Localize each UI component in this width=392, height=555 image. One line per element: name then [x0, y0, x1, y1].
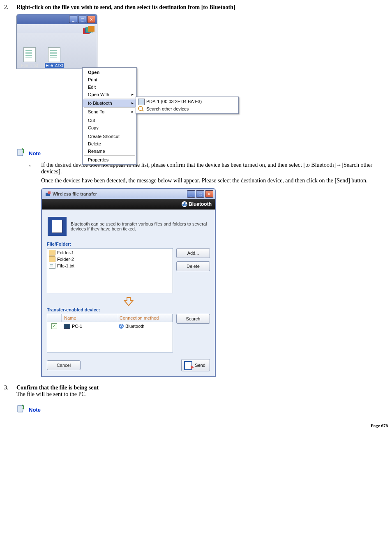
- delete-button[interactable]: Delete: [176, 261, 210, 271]
- note-header-2: Note: [16, 404, 388, 415]
- menu-print[interactable]: Print: [83, 76, 136, 83]
- windows-flag-icon: [88, 26, 95, 32]
- file-list-buttons: Add... Delete: [176, 248, 210, 271]
- pc-icon: [64, 324, 70, 329]
- list-item-label: Folder-2: [57, 257, 74, 262]
- text-file-icon: [49, 263, 55, 269]
- window-titlebar: _ ▢ ✕: [17, 14, 97, 24]
- note-label: Note: [29, 407, 41, 413]
- note-label: Note: [29, 150, 41, 157]
- file-list-wrap: Folder-1 Folder-2 File-1.txt Add... Dele…: [47, 248, 210, 293]
- close-button[interactable]: ✕: [87, 16, 95, 23]
- list-item[interactable]: Folder-1: [48, 249, 172, 256]
- device-name: PC-1: [72, 324, 82, 329]
- screenshot-wireless-dialog: Wireless file transfer _ ▢ ✕ ⁂ Bluetooth…: [41, 188, 216, 377]
- context-menu: Open Print Edit Open With to Bluetooth S…: [82, 67, 137, 165]
- menu-separator: [84, 132, 135, 132]
- col-connection[interactable]: Connection method: [117, 314, 173, 322]
- bluetooth-logo-icon: ⁂: [182, 201, 187, 207]
- text-file-icon: [23, 47, 36, 62]
- add-button[interactable]: Add...: [176, 248, 210, 258]
- menu-open-with[interactable]: Open With: [83, 91, 136, 98]
- search-button[interactable]: Search: [176, 314, 210, 324]
- send-button-label: Send: [195, 363, 205, 368]
- section-file-folder: File/Folder:: [47, 242, 210, 246]
- menu-separator: [84, 155, 135, 156]
- arrow-down-icon: [47, 297, 210, 306]
- file-label: File-2.txt: [45, 63, 64, 68]
- explorer-window: _ ▢ ✕ File-1.txt File-2.txt: [16, 14, 97, 69]
- section-devices: Transfer-enabled device:: [47, 307, 210, 312]
- svg-rect-1: [48, 191, 51, 194]
- table-header: Name Connection method: [47, 314, 173, 322]
- submenu-device-label: PDA-1 (00:03:2F:04:BA:F3): [146, 99, 202, 104]
- minimize-button[interactable]: _: [69, 16, 77, 23]
- step-2-title: Right-click on the file you wish to send…: [16, 4, 235, 11]
- info-text: Bluetooth can be used to transfer variou…: [71, 221, 209, 231]
- checkbox[interactable]: [51, 323, 57, 329]
- window-content: File-1.txt File-2.txt: [17, 33, 97, 69]
- menu-send-to[interactable]: Send To: [83, 108, 136, 115]
- menu-create-shortcut[interactable]: Create Shortcut: [83, 133, 136, 140]
- step-3-subtitle: The file will be sent to the PC.: [16, 391, 99, 398]
- window-toolbar: [17, 24, 97, 33]
- menu-open[interactable]: Open: [83, 69, 136, 76]
- pda-icon: [138, 99, 145, 105]
- table-row[interactable]: PC-1 ⁂Bluetooth: [47, 322, 173, 330]
- menu-rename[interactable]: Rename: [83, 147, 136, 155]
- submenu-search[interactable]: Search other devices: [136, 105, 238, 113]
- device-list-buttons: Search: [176, 314, 210, 324]
- close-button[interactable]: ✕: [205, 190, 213, 198]
- list-item[interactable]: File-1.txt: [48, 263, 172, 269]
- brand-label: Bluetooth: [189, 201, 212, 207]
- device-table[interactable]: Name Connection method PC-1 ⁂Bluetooth: [47, 314, 173, 352]
- menu-edit[interactable]: Edit: [83, 83, 136, 91]
- step-3-header: 3. Confirm that the file is being sent T…: [4, 385, 388, 398]
- col-check[interactable]: [47, 314, 62, 322]
- send-icon: [183, 360, 194, 370]
- menu-cut[interactable]: Cut: [83, 117, 136, 124]
- menu-separator: [84, 99, 135, 99]
- menu-properties[interactable]: Properties: [83, 156, 136, 164]
- screenshot-context-menu: _ ▢ ✕ File-1.txt File-2.txt Open Print: [16, 14, 238, 141]
- list-item[interactable]: Folder-2: [48, 256, 172, 263]
- list-item-label: File-1.txt: [57, 263, 74, 268]
- menu-to-bluetooth[interactable]: to Bluetooth: [83, 99, 136, 107]
- note-header: Note: [16, 148, 388, 159]
- bluetooth-submenu: PDA-1 (00:03:2F:04:BA:F3) Search other d…: [136, 97, 239, 114]
- cancel-button[interactable]: Cancel: [47, 360, 81, 370]
- send-button[interactable]: Send: [181, 359, 210, 371]
- info-box: Bluetooth can be used to transfer variou…: [47, 214, 210, 242]
- maximize-button[interactable]: ▢: [78, 16, 86, 23]
- file-item-selected[interactable]: File-2.txt: [45, 47, 64, 68]
- dialog-title: Wireless file transfer: [53, 191, 186, 196]
- bullet-marker: ○: [29, 162, 41, 175]
- file-list[interactable]: Folder-1 Folder-2 File-1.txt: [47, 248, 173, 293]
- bluetooth-brand: ⁂ Bluetooth: [182, 201, 212, 207]
- list-item-label: Folder-1: [57, 250, 74, 255]
- page-footer: Page 678: [4, 423, 388, 428]
- note-icon: [16, 404, 25, 415]
- folder-icon: [49, 256, 55, 262]
- dialog-footer: Cancel Send: [47, 359, 210, 371]
- file-item[interactable]: File-1.txt: [20, 47, 39, 68]
- search-icon: [138, 106, 144, 112]
- minimize-button[interactable]: _: [187, 190, 195, 198]
- step-number: 3.: [4, 385, 16, 398]
- file-label: File-1.txt: [20, 63, 39, 68]
- menu-delete[interactable]: Delete: [83, 140, 136, 147]
- text-file-icon: [48, 47, 60, 62]
- note-icon: [16, 148, 25, 159]
- brand-bar: ⁂ Bluetooth: [42, 199, 215, 210]
- submenu-search-label: Search other devices: [146, 106, 189, 111]
- dialog-titlebar: Wireless file transfer _ ▢ ✕: [42, 189, 215, 199]
- menu-separator: [84, 107, 135, 108]
- transfer-icon: [48, 217, 67, 236]
- col-name[interactable]: Name: [62, 314, 117, 322]
- menu-copy[interactable]: Copy: [83, 124, 136, 131]
- submenu-device[interactable]: PDA-1 (00:03:2F:04:BA:F3): [136, 98, 238, 105]
- dialog-body: Bluetooth can be used to transfer variou…: [42, 210, 215, 376]
- maximize-button[interactable]: ▢: [196, 190, 204, 198]
- bluetooth-icon: ⁂: [119, 324, 124, 329]
- device-list-wrap: Name Connection method PC-1 ⁂Bluetooth S…: [47, 314, 210, 352]
